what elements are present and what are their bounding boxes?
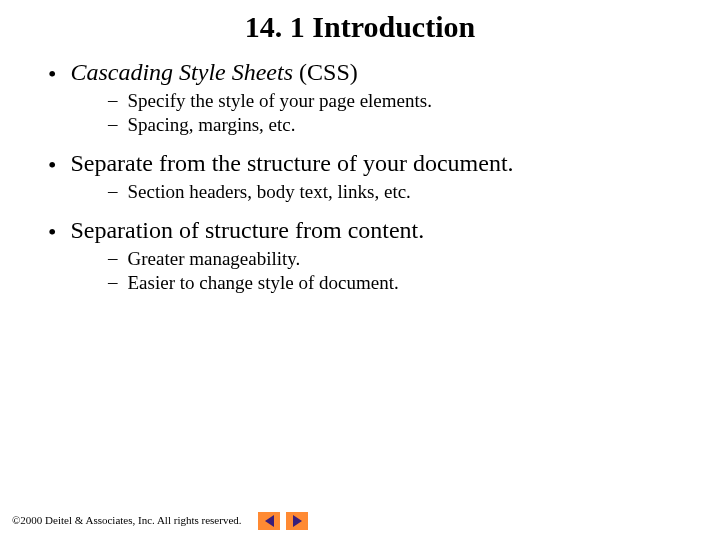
nav-buttons	[258, 512, 308, 530]
triangle-right-icon	[293, 515, 302, 527]
dash-icon: –	[108, 113, 118, 135]
dash-icon: –	[108, 247, 118, 269]
slide-content: • Cascading Style Sheets (CSS) – Specify…	[30, 58, 720, 295]
bullet-dot-icon: •	[48, 152, 56, 178]
bullet-level2: – Greater manageability.	[108, 247, 720, 271]
bullet-level1: • Separate from the structure of your do…	[30, 149, 720, 178]
bullet-level1: • Separation of structure from content.	[30, 216, 720, 245]
bullet-level1: • Cascading Style Sheets (CSS)	[30, 58, 720, 87]
slide-title: 14. 1 Introduction	[0, 10, 720, 44]
bullet-level2: – Specify the style of your page element…	[108, 89, 720, 113]
bullet-dot-icon: •	[48, 61, 56, 87]
bullet-rest: (CSS)	[293, 59, 358, 85]
sub-text: Greater manageability.	[128, 247, 301, 271]
sub-text: Specify the style of your page elements.	[128, 89, 432, 113]
next-button[interactable]	[286, 512, 308, 530]
bullet-text: Cascading Style Sheets (CSS)	[70, 58, 357, 87]
dash-icon: –	[108, 89, 118, 111]
sub-text: Easier to change style of document.	[128, 271, 399, 295]
triangle-left-icon	[265, 515, 274, 527]
copyright-footer: © 2000 Deitel & Associates, Inc. All rig…	[12, 514, 242, 526]
prev-button[interactable]	[258, 512, 280, 530]
sub-text: Spacing, margins, etc.	[128, 113, 296, 137]
sub-text: Section headers, body text, links, etc.	[128, 180, 411, 204]
bullet-text: Separate from the structure of your docu…	[70, 149, 513, 178]
copyright-text: 2000 Deitel & Associates, Inc. All right…	[20, 514, 241, 526]
dash-icon: –	[108, 271, 118, 293]
copyright-symbol: ©	[12, 514, 20, 526]
dash-icon: –	[108, 180, 118, 202]
bullet-dot-icon: •	[48, 219, 56, 245]
bullet-level2: – Easier to change style of document.	[108, 271, 720, 295]
bullet-level2: – Spacing, margins, etc.	[108, 113, 720, 137]
bullet-italic: Cascading Style Sheets	[70, 59, 293, 85]
bullet-level2: – Section headers, body text, links, etc…	[108, 180, 720, 204]
bullet-text: Separation of structure from content.	[70, 216, 424, 245]
